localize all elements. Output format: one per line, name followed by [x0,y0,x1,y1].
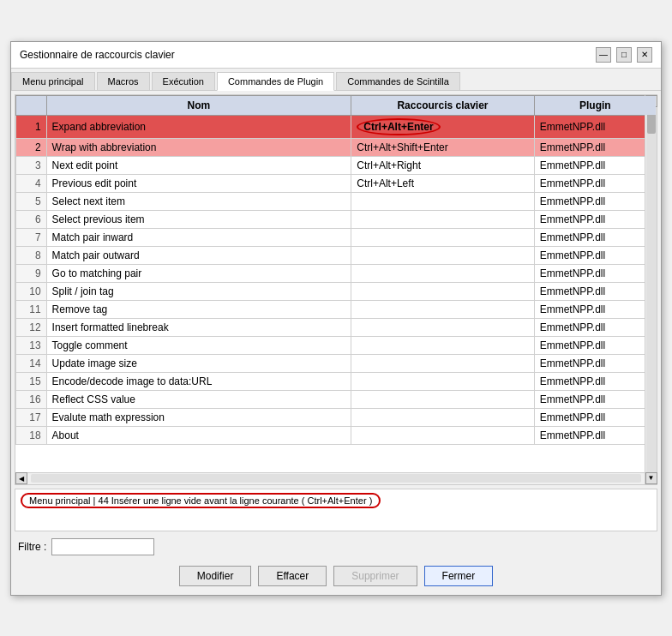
tab-macros[interactable]: Macros [97,72,150,90]
row-num: 6 [16,210,47,228]
row-name: Toggle comment [46,336,351,354]
row-name: Match pair outward [46,246,351,264]
table-row[interactable]: 6Select previous itemEmmetNPP.dll [16,210,657,228]
row-plugin: EmmetNPP.dll [534,354,656,372]
main-window: Gestionnaire de raccourcis clavier — □ ✕… [10,41,662,596]
row-num: 11 [16,300,47,318]
row-plugin: EmmetNPP.dll [534,192,656,210]
row-plugin: EmmetNPP.dll [534,408,656,426]
table-row[interactable]: 17Evalute math expressionEmmetNPP.dll [16,408,657,426]
table-row[interactable]: 12Insert formatted linebreakEmmetNPP.dll [16,318,657,336]
row-shortcut [351,426,534,444]
row-plugin: EmmetNPP.dll [534,264,656,282]
scroll-down-btn[interactable]: ▼ [645,472,657,484]
tabs-bar: Menu principal Macros Exécution Commande… [11,69,661,91]
row-plugin: EmmetNPP.dll [534,300,656,318]
row-shortcut [351,336,534,354]
tab-execution[interactable]: Exécution [152,72,215,90]
scroll-v-track [646,107,657,472]
table-row[interactable]: 18AboutEmmetNPP.dll [16,426,657,444]
minimize-button[interactable]: — [596,47,611,63]
row-name: Encode/decode image to data:URL [46,372,351,390]
row-num: 5 [16,192,47,210]
table-container[interactable]: Nom Raccourcis clavier Plugin 1Expand ab… [15,95,657,472]
tab-commandes-plugin[interactable]: Commandes de Plugin [217,72,334,91]
tab-menu-principal[interactable]: Menu principal [11,72,95,90]
row-plugin: EmmetNPP.dll [534,228,656,246]
table-row[interactable]: 1Expand abbreviationCtrl+Alt+EnterEmmetN… [16,115,657,138]
row-num: 8 [16,246,47,264]
row-plugin: EmmetNPP.dll [534,372,656,390]
table-row[interactable]: 7Match pair inwardEmmetNPP.dll [16,228,657,246]
table-wrapper: Nom Raccourcis clavier Plugin 1Expand ab… [15,95,657,484]
tab-commandes-scintilla[interactable]: Commandes de Scintilla [336,72,460,90]
row-name: Go to matching pair [46,264,351,282]
title-bar: Gestionnaire de raccourcis clavier — □ ✕ [11,42,661,69]
row-name: Expand abbreviation [46,115,351,138]
table-row[interactable]: 13Toggle commentEmmetNPP.dll [16,336,657,354]
row-shortcut [351,408,534,426]
row-name: Wrap with abbreviation [46,138,351,156]
row-shortcut [351,264,534,282]
row-num: 7 [16,228,47,246]
table-row[interactable]: 15Encode/decode image to data:URLEmmetNP… [16,372,657,390]
row-num: 13 [16,336,47,354]
row-plugin: EmmetNPP.dll [534,282,656,300]
vertical-scrollbar[interactable]: ▲ ▼ [645,95,657,484]
row-name: Split / join tag [46,282,351,300]
row-num: 12 [16,318,47,336]
row-shortcut: Ctrl+Alt+Enter [351,115,534,138]
row-plugin: EmmetNPP.dll [534,210,656,228]
table-row[interactable]: 2Wrap with abbreviationCtrl+Alt+Shift+En… [16,138,657,156]
close-button[interactable]: ✕ [637,47,652,63]
row-name: Remove tag [46,300,351,318]
col-num [16,95,47,115]
filter-label: Filtre : [18,541,46,553]
row-shortcut [351,282,534,300]
modifier-button[interactable]: Modifier [179,566,252,586]
row-plugin: EmmetNPP.dll [534,156,656,174]
window-controls: — □ ✕ [596,47,652,63]
row-plugin: EmmetNPP.dll [534,390,656,408]
row-name: About [46,426,351,444]
row-name: Select previous item [46,210,351,228]
row-plugin: EmmetNPP.dll [534,138,656,156]
table-row[interactable]: 4Previous edit pointCtrl+Alt+LeftEmmetNP… [16,174,657,192]
table-row[interactable]: 16Reflect CSS valueEmmetNPP.dll [16,390,657,408]
status-text: Menu principal | 44 Insérer une ligne vi… [21,493,381,508]
col-shortcut: Raccourcis clavier [351,95,534,115]
row-plugin: EmmetNPP.dll [534,336,656,354]
row-shortcut [351,300,534,318]
row-plugin: EmmetNPP.dll [534,246,656,264]
row-num: 4 [16,174,47,192]
table-row[interactable]: 14Update image sizeEmmetNPP.dll [16,354,657,372]
row-num: 9 [16,264,47,282]
row-num: 3 [16,156,47,174]
row-num: 1 [16,115,47,138]
row-shortcut [351,210,534,228]
fermer-button[interactable]: Fermer [424,566,494,586]
filter-input[interactable] [51,538,154,555]
row-shortcut [351,390,534,408]
row-name: Insert formatted linebreak [46,318,351,336]
table-row[interactable]: 10Split / join tagEmmetNPP.dll [16,282,657,300]
status-text-line: Menu principal | 44 Insérer une ligne vi… [21,493,651,508]
row-plugin: EmmetNPP.dll [534,426,656,444]
table-row[interactable]: 3Next edit pointCtrl+Alt+RightEmmetNPP.d… [16,156,657,174]
row-plugin: EmmetNPP.dll [534,115,656,138]
table-row[interactable]: 9Go to matching pairEmmetNPP.dll [16,264,657,282]
row-name: Reflect CSS value [46,390,351,408]
table-row[interactable]: 8Match pair outwardEmmetNPP.dll [16,246,657,264]
filter-row: Filtre : [11,535,661,559]
col-plugin: Plugin [534,95,656,115]
effacer-button[interactable]: Effacer [258,566,327,586]
maximize-button[interactable]: □ [616,47,632,63]
horizontal-scrollbar[interactable]: ◀ ▶ [15,472,657,484]
buttons-row: Modifier Effacer Supprimer Fermer [11,559,661,595]
row-shortcut [351,372,534,390]
table-row[interactable]: 11Remove tagEmmetNPP.dll [16,300,657,318]
row-num: 10 [16,282,47,300]
supprimer-button[interactable]: Supprimer [333,566,417,586]
scroll-left-btn[interactable]: ◀ [15,472,27,484]
table-row[interactable]: 5Select next itemEmmetNPP.dll [16,192,657,210]
